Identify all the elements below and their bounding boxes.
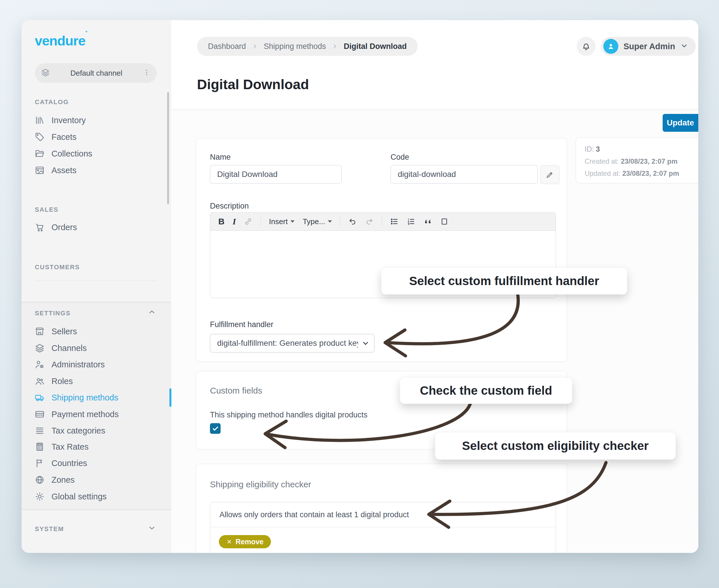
remove-checker-button[interactable]: Remove [219, 535, 271, 548]
bullet-list-button[interactable] [390, 217, 399, 226]
name-input[interactable] [210, 165, 342, 184]
collapse-settings-button[interactable] [148, 308, 156, 316]
fulfillment-handler-select[interactable]: digital-fulfillment: Generates product k… [210, 334, 375, 352]
channel-selector[interactable]: Default channel [35, 63, 157, 83]
channel-label: Default channel [50, 69, 143, 78]
cart-icon [35, 223, 45, 232]
books-icon [35, 115, 45, 125]
sidebar-item-global-settings[interactable]: Global settings [35, 490, 107, 503]
ordered-list-button[interactable] [407, 217, 415, 226]
blockquote-button[interactable] [423, 217, 432, 226]
section-header-sales: SALES [35, 206, 58, 213]
check-icon [212, 425, 219, 432]
sidebar-item-tax-rates[interactable]: Tax Rates [35, 440, 89, 453]
tag-icon [35, 132, 45, 142]
digital-products-checkbox[interactable] [210, 423, 220, 434]
chevron-right-icon [332, 43, 338, 49]
undo-button[interactable] [348, 217, 357, 226]
id-label: ID: [585, 145, 594, 153]
quote-icon [423, 217, 432, 226]
edit-code-button[interactable] [541, 165, 559, 184]
sidebar-item-facets[interactable]: Facets [35, 131, 77, 143]
eligibility-checker-title: Shipping eligibility checker [210, 480, 311, 489]
sidebar-item-inventory[interactable]: Inventory [35, 114, 86, 127]
sidebar-item-administrators[interactable]: Administrators [35, 358, 105, 371]
custom-fields-title: Custom fields [210, 386, 262, 396]
sidebar-item-tax-categories[interactable]: Tax categories [35, 424, 105, 437]
close-icon [226, 539, 232, 545]
section-header-system: SYSTEM [35, 525, 64, 533]
expand-system-button[interactable] [148, 524, 156, 532]
bold-button[interactable]: B [218, 217, 225, 226]
bullet-list-icon [390, 217, 399, 226]
digital-products-field-label: This shipping method handles digital pro… [210, 411, 367, 419]
chevron-right-icon [252, 43, 258, 49]
toolbar-divider [260, 217, 261, 226]
logo-mark: ° [85, 29, 87, 35]
link-icon [244, 217, 253, 226]
breadcrumb-dashboard[interactable]: Dashboard [208, 42, 246, 51]
code-input[interactable] [390, 165, 538, 184]
sidebar-item-channels[interactable]: Channels [35, 342, 87, 354]
sidebar-item-countries[interactable]: Countries [35, 457, 87, 469]
sidebar-item-sellers[interactable]: Sellers [35, 325, 77, 338]
toolbar-divider [382, 217, 382, 226]
list-icon [35, 426, 45, 436]
user-menu[interactable]: Super Admin [601, 37, 696, 56]
sidebar: vendure° Default channel CATALOG Invento… [22, 20, 171, 553]
eligibility-checker-box: Allows only orders that contain at least… [210, 502, 556, 553]
layers-icon [41, 68, 50, 78]
square-icon [440, 217, 449, 226]
active-nav-indicator [169, 388, 171, 407]
link-button[interactable] [244, 217, 253, 226]
sidebar-item-roles[interactable]: Roles [35, 375, 73, 387]
breadcrumb: Dashboard Shipping methods Digital Downl… [197, 37, 418, 56]
description-label: Description [210, 202, 249, 211]
truck-icon [35, 393, 45, 402]
callout-select-eligibility-checker: Select custom eligibility checker [435, 432, 676, 460]
toolbar-divider [340, 217, 340, 226]
breadcrumb-current: Digital Download [344, 42, 407, 51]
created-label: Created at: [585, 158, 619, 165]
image-icon [35, 165, 45, 175]
sidebar-item-assets[interactable]: Assets [35, 164, 77, 176]
entity-info-panel: ID: 3 Created at: 23/08/23, 2:07 pm Upda… [576, 137, 698, 183]
sidebar-scrollbar[interactable] [167, 92, 169, 204]
insert-dropdown[interactable]: Insert [269, 217, 295, 226]
created-value: 23/08/23, 2:07 pm [621, 158, 677, 165]
sidebar-divider [35, 280, 157, 281]
gear-icon [35, 491, 45, 501]
sidebar-item-collections[interactable]: Collections [35, 147, 92, 160]
sidebar-item-shipping-methods[interactable]: Shipping methods [35, 391, 118, 404]
callout-select-fulfillment-handler: Select custom fulfillment handler [381, 268, 627, 295]
code-label: Code [390, 153, 409, 162]
layers-icon [35, 343, 45, 353]
sidebar-item-zones[interactable]: Zones [35, 474, 75, 486]
section-header-settings: SETTINGS [35, 310, 70, 317]
name-label: Name [210, 153, 231, 162]
sidebar-item-orders[interactable]: Orders [35, 221, 77, 234]
ordered-list-icon [407, 217, 415, 226]
folder-icon [35, 149, 45, 159]
italic-button[interactable]: I [233, 217, 236, 226]
update-button[interactable]: Update [663, 114, 698, 132]
notifications-button[interactable] [577, 37, 596, 56]
page-title: Digital Download [197, 77, 309, 92]
section-header-customers: CUSTOMERS [35, 264, 80, 271]
sidebar-item-payment-methods[interactable]: Payment methods [35, 408, 119, 421]
callout-check-custom-field: Check the custom field [400, 377, 572, 404]
caret-down-icon [291, 220, 295, 223]
fulfillment-handler-label: Fulfillment handler [210, 320, 274, 329]
redo-button[interactable] [365, 217, 374, 226]
chevron-down-icon [680, 42, 688, 51]
breadcrumb-shipping-methods[interactable]: Shipping methods [264, 42, 326, 51]
kebab-menu-icon[interactable] [143, 69, 150, 77]
user-gear-icon [35, 360, 45, 370]
editor-toolbar: B I Insert Type... [210, 212, 556, 231]
type-dropdown[interactable]: Type... [302, 217, 332, 226]
chevron-up-icon [148, 308, 156, 316]
code-block-button[interactable] [440, 217, 449, 226]
globe-icon [35, 475, 45, 485]
chevron-down-icon [148, 524, 156, 532]
caret-down-icon [328, 220, 332, 223]
